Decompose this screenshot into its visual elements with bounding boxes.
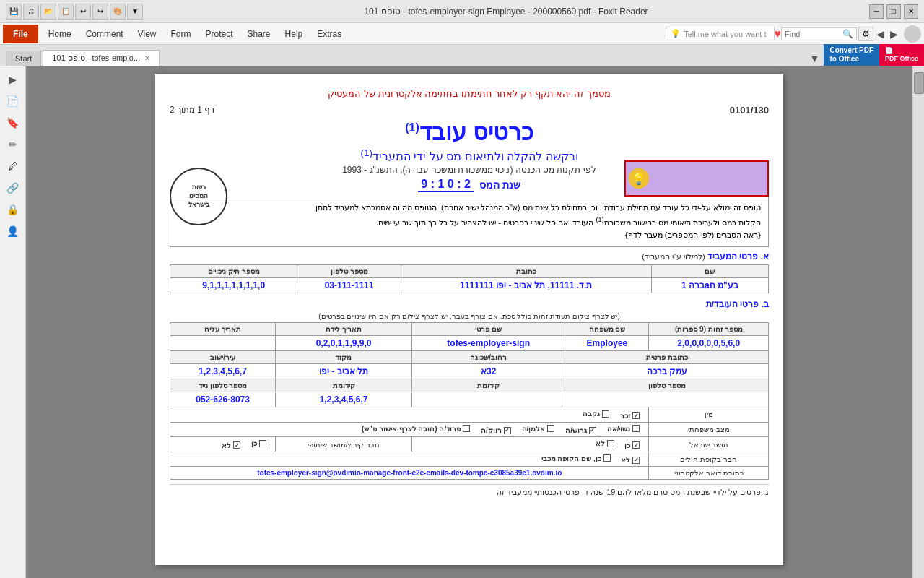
widowed-label: אלמן/ה	[522, 425, 546, 433]
tab-bar: Start טופס 101 - tofes-emplo... ✕ ▼ Conv…	[0, 45, 924, 66]
email-label-cell: כתובת דואר אלקטרוני	[649, 467, 769, 480]
employer-file: 9,1,1,1,1,1,1,1,0	[170, 277, 297, 293]
home-menu[interactable]: Home	[41, 25, 79, 43]
sidebar-bookmarks-button[interactable]: 🔖	[3, 113, 23, 133]
extras-menu[interactable]: Extras	[310, 25, 349, 43]
close-button[interactable]: ✕	[904, 4, 918, 19]
form-menu[interactable]: Form	[164, 25, 199, 43]
title-bar: 💾 🖨 📂 📋 ↩ ↪ 🎨 ▼ טופס 101 - tofes-employe…	[0, 0, 924, 23]
sidebar-lock-button[interactable]: 🔒	[3, 199, 23, 220]
scrollbar[interactable]	[912, 66, 924, 578]
widowed-checkbox[interactable]	[547, 425, 554, 432]
sidebar-pages-button[interactable]: 📄	[3, 91, 23, 111]
male-checkbox[interactable]	[632, 412, 640, 419]
pdf-page: 💡 רשות המסים בישראל מסמך זה יהא תקף רק ל…	[155, 74, 783, 565]
minimize-button[interactable]: ─	[869, 4, 884, 19]
kibbutz-no-checkbox[interactable]	[233, 441, 240, 449]
share-menu[interactable]: Share	[240, 25, 278, 43]
kibbutz-options-cell: כן לא	[170, 437, 276, 452]
divorced-label: גרוש/ה	[565, 426, 587, 434]
tab-start[interactable]: Start	[6, 51, 41, 66]
section-a-sublabel: (למילוי ע"י המעביד)	[642, 252, 705, 261]
pdf-page-info: דף 1 מתוך 2	[170, 105, 215, 115]
gender-male: זכר	[620, 412, 640, 420]
window-controls[interactable]: ─ □ ✕	[869, 4, 918, 19]
redo-icon[interactable]: ↪	[92, 4, 108, 20]
save-icon[interactable]: 💾	[6, 4, 22, 20]
print-icon[interactable]: 🖨	[23, 4, 39, 20]
section-a-header: א. פרטי המעביד (למילוי ע"י המעביד)	[170, 251, 769, 262]
heart-icon[interactable]: ♥	[775, 27, 782, 40]
search-box[interactable]: 🔍	[781, 27, 857, 40]
tell-me-input[interactable]: 💡 Tell me what you want t	[666, 27, 774, 40]
tab-close-icon[interactable]: ✕	[144, 54, 150, 62]
pdf-subtitle-sup: (1)	[361, 147, 372, 158]
undo-icon[interactable]: ↩	[75, 4, 91, 20]
nav-forward-button[interactable]: ▶	[887, 27, 901, 41]
protect-menu[interactable]: Protect	[199, 25, 240, 43]
file-menu[interactable]: File	[3, 25, 38, 43]
dropdown-icon[interactable]: ▼	[127, 4, 143, 20]
status-widowed: אלמן/ה	[522, 425, 555, 433]
emp-th-aliya: תאריך עליה	[170, 322, 276, 335]
married-checkbox[interactable]	[632, 425, 640, 432]
health-yes-checkbox[interactable]	[603, 454, 611, 462]
toolbar-left[interactable]: 💾 🖨 📂 📋 ↩ ↪ 🎨 ▼	[6, 4, 143, 20]
color-icon[interactable]: 🎨	[110, 4, 126, 20]
employer-th-file: מספר תיק ניכויים	[170, 264, 297, 277]
employer-address: ת.ד. 11111, תל אביב - יפו 1111111	[401, 277, 651, 293]
divorced-checkbox[interactable]	[589, 427, 596, 434]
pdf-main-title: כרטיס עובד(1)	[170, 118, 769, 146]
sidebar-highlight-button[interactable]: 🖊	[3, 156, 23, 176]
logo-line3: בישראל	[188, 201, 209, 210]
sidebar-expand-button[interactable]: ▶	[3, 69, 23, 90]
emp-lastname: Employee	[565, 335, 649, 350]
pdf-header-notice: מסמך זה יהא תקף רק לאחר חתימתו בחתימה אל…	[170, 88, 769, 99]
email-value-cell: tofes-employer-sign@ovdimio-manage-front…	[170, 467, 649, 480]
separated-label: פרוד/ה (חובה לצרף אישור פ"ש)	[362, 425, 461, 433]
resident-yes-checkbox[interactable]	[632, 441, 640, 449]
married-label: נשוי/אה	[607, 425, 631, 433]
scrollbar-thumb[interactable]	[914, 72, 924, 94]
emp-th-lastname: שם משפחה	[565, 322, 649, 335]
menu-bar: File Home Comment View Form Protect Shar…	[0, 23, 924, 45]
convert-pdf-button[interactable]: Convert PDFto Office 📄PDF Office	[824, 44, 924, 66]
female-checkbox[interactable]	[602, 410, 609, 418]
tab-document-label: טופס 101 - tofes-emplo...	[52, 53, 140, 63]
resident-no-checkbox[interactable]	[607, 440, 614, 447]
resident-label: תושב ישראל	[649, 437, 769, 452]
gender-options-cell: זכר נקבה	[170, 407, 649, 422]
sidebar-user-button[interactable]: 👤	[3, 221, 23, 241]
kibbutz-yes: כן	[251, 439, 266, 447]
health-label: חבר בקופת חולים	[649, 452, 769, 467]
help-menu[interactable]: Help	[278, 25, 310, 43]
highlight-box: 💡	[624, 160, 769, 197]
profile-icon[interactable]	[904, 25, 921, 43]
section-a-label: א. פרטי המעביד	[707, 251, 769, 262]
separated-checkbox[interactable]	[463, 425, 470, 432]
emp-zip2	[411, 392, 565, 407]
sidebar-link-button[interactable]: 🔗	[3, 178, 23, 198]
gear-button[interactable]: ⚙	[858, 27, 873, 41]
tab-scroll-button[interactable]: ▼	[806, 51, 824, 66]
emp-street: 32א	[411, 363, 565, 379]
open-icon[interactable]: 📂	[40, 4, 56, 20]
search-button[interactable]: 🔍	[842, 29, 853, 39]
employer-th-address: כתובת	[401, 264, 651, 277]
share-icon[interactable]: 📋	[58, 4, 74, 20]
emp-birth: 0,2,0,1,1,9,9,0	[276, 335, 412, 350]
sidebar-annotations-button[interactable]: ✏	[3, 134, 23, 155]
single-checkbox[interactable]	[504, 427, 511, 434]
emp-address: עמק ברכה	[565, 363, 769, 379]
health-no-checkbox[interactable]	[632, 457, 640, 464]
nav-back-button[interactable]: ◀	[873, 27, 887, 41]
scrollbar-track[interactable]	[913, 66, 924, 578]
comment-menu[interactable]: Comment	[79, 25, 131, 43]
maximize-button[interactable]: □	[886, 4, 901, 19]
kibbutz-yes-checkbox[interactable]	[259, 440, 266, 447]
tab-document[interactable]: טופס 101 - tofes-emplo... ✕	[43, 50, 160, 66]
emp-th-phone-label: מספר טלפון	[565, 379, 769, 392]
search-input[interactable]	[785, 30, 842, 38]
gender-label: מין	[649, 407, 769, 422]
view-menu[interactable]: View	[131, 25, 164, 43]
